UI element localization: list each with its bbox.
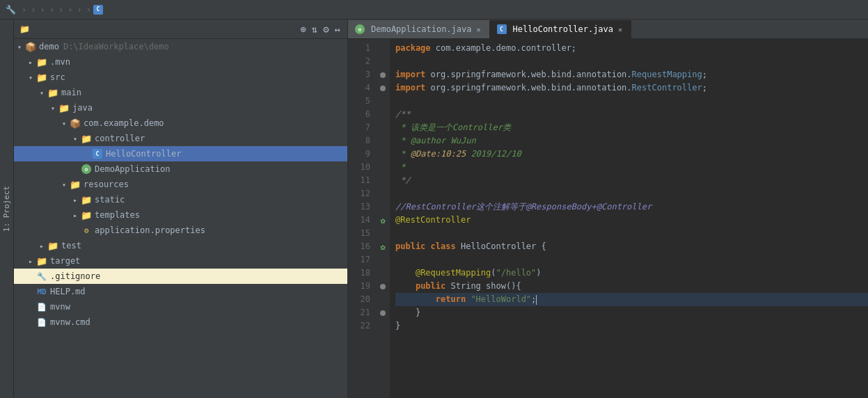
code-line-7: * 该类是一个Controller类 [395,121,868,134]
line-number-13: 13 [354,200,370,214]
tree-node-icon: 📁 [36,255,47,266]
code-line-20: return "HelloWorld"; [395,293,868,306]
code-line-12 [395,187,868,200]
line-number-3: 3 [354,68,370,81]
line-number-2: 2 [354,55,370,68]
tree-node-icon: 📁 [47,87,58,98]
tree-node-icon: 📄 [36,317,47,328]
tree-item--mvn[interactable]: 📁.mvn [14,54,347,70]
tree-item-resources[interactable]: 📁resources [14,177,347,192]
code-line-22: } [395,319,868,333]
tab-hellocontroller[interactable]: C HelloController.java ✕ [490,20,632,38]
tree-node-label: src [50,72,65,82]
tab-hellocontroller-close[interactable]: ✕ [617,25,624,34]
code-line-15 [395,227,868,240]
tree-node-label: templates [95,210,140,220]
tree-node-label: HELP.md [50,287,86,296]
tree-arrow[interactable] [36,89,47,97]
tree-item-application-properties[interactable]: ⚙application.properties [14,223,347,238]
tree-item-main[interactable]: 📁main [14,85,347,100]
tree-arrow[interactable] [58,181,70,189]
tree-node-icon: 📦 [25,41,36,52]
line-number-19: 19 [354,280,370,293]
locate-icon[interactable]: ⊕ [299,22,307,36]
tree-item-java[interactable]: 📁java [14,100,347,116]
line-number-6: 6 [354,108,370,121]
line-number-21: 21 [354,306,370,319]
tree-node-label: test [61,241,81,250]
code-line-8: * @author WuJun [395,134,868,148]
tree-node-label: application.properties [95,225,205,235]
tree-node-icon: 📄 [36,301,47,312]
expand-icon[interactable]: ↔ [333,22,342,36]
tree-item-static[interactable]: 📁static [14,192,347,207]
tree-node-icon: 🔧 [36,271,47,282]
gutter-icon-18 [376,266,390,280]
tree-item-src[interactable]: 📁src [14,70,347,85]
tree-arrow[interactable] [70,135,81,143]
tree-item--gitignore[interactable]: 🔧.gitignore [14,269,347,284]
settings-icon[interactable]: ⚙ [322,22,330,36]
gutter-icon-21 [376,306,390,319]
code-line-11: */ [395,174,868,187]
tree-item-demoapplication[interactable]: ✿DemoApplication [14,161,347,177]
tabs-bar: ✿ DemoApplication.java ✕ C HelloControll… [348,19,868,39]
code-line-18: @RequestMapping("/hello") [395,266,868,280]
code-line-10: * [395,161,868,174]
line-number-1: 1 [354,42,370,55]
gutter-icon-16: ✿ [376,240,390,253]
tree-item-demo[interactable]: 📦demoD:\IdeaWorkplace\demo [14,39,347,54]
editor-area: ✿ DemoApplication.java ✕ C HelloControll… [348,19,868,398]
gutter-icon-13 [376,200,390,214]
tree-node-label: com.example.demo [84,118,164,128]
line-number-7: 7 [354,121,370,134]
tree-node-icon: C [92,148,103,159]
tree-arrow[interactable] [70,212,81,219]
code-line-6: /** [395,108,868,121]
tree-item-controller[interactable]: 📁controller [14,131,347,146]
tree-node-icon: 📁 [36,72,47,83]
tab-demoapplication[interactable]: ✿ DemoApplication.java ✕ [348,20,490,38]
tree-node-icon: 📁 [81,133,92,144]
line-number-15: 15 [354,227,370,240]
tree-node-icon: 📦 [70,118,81,129]
line-numbers: 12345678910111213141516171819202122 [348,39,376,398]
tree-item-test[interactable]: 📁test [14,238,347,253]
tree-arrow[interactable] [25,58,36,66]
tree-item-mvnw[interactable]: 📄mvnw [14,299,347,315]
tree-arrow[interactable] [47,104,58,112]
tree-item-hellocontroller[interactable]: CHelloController [14,146,347,161]
line-number-11: 11 [354,174,370,187]
tree-item-templates[interactable]: 📁templates [14,207,347,223]
tree-arrow[interactable] [36,242,47,250]
tree-node-icon: 📁 [70,179,81,190]
tree-node-icon: 📁 [36,56,47,67]
tree-item-help-md[interactable]: MDHELP.md [14,284,347,299]
gutter-icon-5 [376,95,390,108]
tree-arrow[interactable] [25,257,36,265]
tree-arrow[interactable] [25,74,36,81]
code-line-17 [395,253,868,266]
breadcrumb-bar: 🔧 › › › › › › › › C [0,0,868,19]
gutter-icon-6 [376,108,390,121]
project-panel-label-text: 1: Project [2,186,11,232]
gutter-icon-15 [376,227,390,240]
code-line-3: import org.springframework.web.bind.anno… [395,68,868,81]
tree-item-com-example-demo[interactable]: 📦com.example.demo [14,116,347,131]
code-line-13: //RestController这个注解等于@ResponseBody+@Con… [395,200,868,214]
sort-icon[interactable]: ⇅ [310,22,319,36]
tree-item-mvnw-cmd[interactable]: 📄mvnw.cmd [14,315,347,330]
side-panel-label[interactable]: 1: Project [0,19,14,398]
tab-demoapplication-close[interactable]: ✕ [475,25,482,34]
tree-node-label: java [72,103,93,113]
code-line-14: @RestController [395,214,868,227]
tree-arrow[interactable] [14,43,25,51]
gutter-icon-14: ✿ [376,214,390,227]
gutter-icon-19 [376,280,390,293]
tree-node-label: .mvn [50,57,70,67]
tree-arrow[interactable] [70,196,81,204]
tree-item-target[interactable]: 📁target [14,253,347,269]
main-layout: 1: Project 📁 ⊕ ⇅ ⚙ ↔ 📦demoD:\IdeaWorkpla… [0,19,868,398]
tree-arrow[interactable] [58,120,70,127]
breadcrumb-project: 🔧 [6,5,19,15]
